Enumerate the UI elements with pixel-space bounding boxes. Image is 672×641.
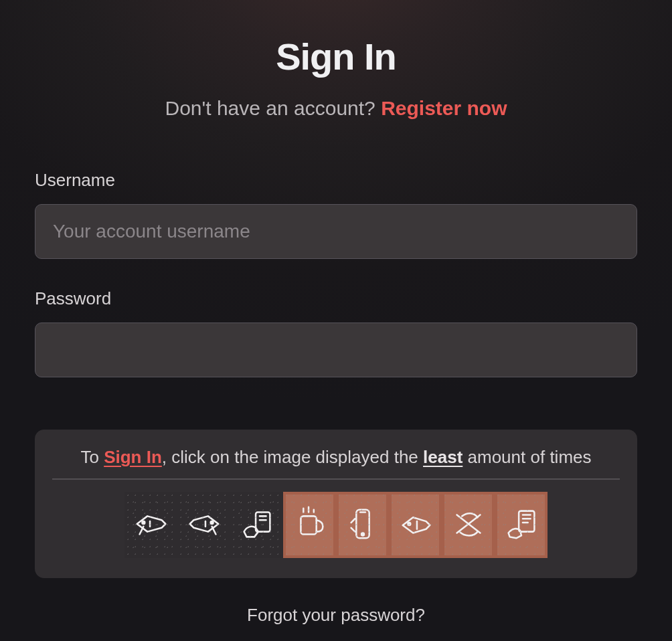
- captcha-least-word: least: [423, 447, 463, 467]
- password-input[interactable]: [35, 323, 637, 377]
- svg-point-1: [210, 521, 213, 524]
- captcha-tile-2[interactable]: [177, 492, 230, 558]
- captcha-tile-1[interactable]: [124, 492, 177, 558]
- signin-form: Username Password To Sign In, click on t…: [35, 170, 637, 626]
- captcha-mid: , click on the image displayed the: [162, 447, 423, 467]
- captcha-glyph-icon: [342, 503, 384, 547]
- subtitle-text: Don't have an account?: [165, 97, 382, 119]
- svg-point-0: [142, 521, 145, 524]
- svg-rect-2: [256, 512, 270, 531]
- captcha-tile-3[interactable]: [230, 492, 283, 558]
- captcha-suffix: amount of times: [463, 447, 591, 467]
- captcha-glyph-icon: [395, 503, 436, 547]
- captcha-glyph-icon: [236, 503, 278, 547]
- captcha-prefix: To: [80, 447, 104, 467]
- captcha-tile-8[interactable]: [495, 492, 548, 558]
- captcha-glyph-icon: [448, 503, 489, 547]
- password-label: Password: [35, 288, 637, 309]
- page-title: Sign In: [35, 35, 637, 78]
- username-input[interactable]: [35, 204, 637, 259]
- captcha-tile-7[interactable]: [442, 492, 495, 558]
- captcha-instruction: To Sign In, click on the image displayed…: [52, 447, 620, 480]
- captcha-glyph-icon: [289, 503, 331, 547]
- captcha-card: To Sign In, click on the image displayed…: [35, 430, 637, 578]
- subtitle: Don't have an account? Register now: [35, 97, 637, 120]
- captcha-tile-5[interactable]: [336, 492, 389, 558]
- password-group: Password: [35, 288, 637, 377]
- username-label: Username: [35, 170, 637, 191]
- svg-point-6: [408, 523, 410, 525]
- captcha-tile-row: [52, 492, 620, 558]
- captcha-glyph-icon: [501, 503, 542, 547]
- captcha-glyph-icon: [183, 503, 225, 547]
- username-group: Username: [35, 170, 637, 259]
- forgot-password-link[interactable]: Forgot your password?: [35, 605, 637, 626]
- svg-point-5: [361, 533, 364, 535]
- register-link[interactable]: Register now: [381, 97, 507, 119]
- captcha-glyph-icon: [131, 503, 172, 547]
- captcha-signin-word: Sign In: [104, 447, 162, 467]
- svg-rect-3: [301, 516, 316, 534]
- captcha-tile-6[interactable]: [389, 492, 442, 558]
- captcha-tile-4[interactable]: [283, 492, 336, 558]
